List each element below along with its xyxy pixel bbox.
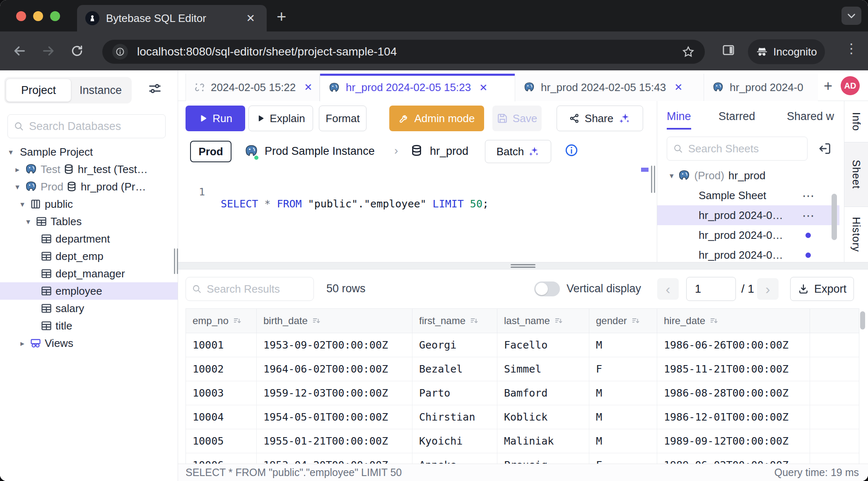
tree-item-table-employee[interactable]: employee (0, 282, 178, 300)
bookmark-star-icon[interactable] (682, 45, 695, 58)
editor-tab-2-active[interactable]: hr_prod 2024-02-05 15:23 ✕ (320, 74, 515, 101)
side-panel-icon[interactable] (721, 43, 735, 57)
cell-birth-date[interactable]: 1964-06-02T00:00:00Z (257, 357, 412, 381)
explain-button[interactable]: Explain (248, 106, 313, 131)
cell-last-name[interactable]: Simmel (497, 357, 589, 381)
sheet-menu-icon[interactable]: ⋯ (802, 188, 815, 203)
browser-menu-icon[interactable]: ⋮ (845, 41, 857, 56)
maximize-window-button[interactable] (50, 11, 60, 21)
cell-hire-date[interactable]: 1989-06-02T00:00:00Z (657, 453, 810, 464)
tab-starred[interactable]: Starred (719, 110, 755, 123)
tree-item-hr-test[interactable]: ▸ Test hr_test (Test… (0, 161, 178, 178)
cell-last-name[interactable]: Maliniak (497, 429, 589, 453)
sheet-search[interactable] (667, 137, 808, 161)
cell-first-name[interactable]: Kyoichi (412, 429, 497, 453)
tree-item-views-group[interactable]: ▸ Views (0, 334, 178, 352)
tree-item-hr-prod[interactable]: ▾ Prod hr_prod (Pr… (0, 178, 178, 195)
cell-hire-date[interactable]: 1989-09-12T00:00:00Z (657, 429, 810, 453)
column-header-emp-no[interactable]: emp_no (186, 309, 257, 333)
close-tab-icon[interactable]: ✕ (304, 82, 312, 93)
cell-gender[interactable]: M (589, 381, 657, 405)
info-icon[interactable] (564, 143, 579, 157)
table-row[interactable]: 10002 1964-06-02T00:00:00Z Bezalel Simme… (186, 357, 859, 381)
close-tab-icon[interactable]: ✕ (479, 82, 487, 94)
cell-hire-date[interactable]: 1986-08-28T00:00:00Z (657, 381, 810, 405)
cell-first-name[interactable]: Anneke (412, 453, 497, 464)
cell-last-name[interactable]: Koblick (497, 405, 589, 429)
new-browser-tab-button[interactable]: + (277, 7, 286, 26)
results-search-input[interactable] (207, 283, 308, 296)
save-button[interactable]: Save (492, 106, 542, 131)
cell-hire-date[interactable]: 1986-12-01T00:00:00Z (657, 405, 810, 429)
column-header-birth-date[interactable]: birth_date (257, 309, 412, 333)
cell-gender[interactable]: M (589, 429, 657, 453)
tab-shared-with-me[interactable]: Shared w (787, 110, 834, 123)
column-header-first-name[interactable]: first_name (412, 309, 497, 333)
caret-down-icon[interactable]: ▾ (12, 182, 22, 192)
tab-instance[interactable]: Instance (71, 79, 130, 102)
cell-first-name[interactable]: Parto (412, 381, 497, 405)
caret-right-icon[interactable]: ▸ (12, 165, 22, 174)
cell-hire-date[interactable]: 1985-11-21T00:00:00Z (657, 357, 810, 381)
table-row-partial[interactable]: 10006 1953-04-20T00:00:00Z Anneke Preusi… (186, 453, 859, 464)
editor-tab-1[interactable]: 2024-02-05 15:22 ✕ (186, 74, 320, 101)
caret-down-icon[interactable]: ▾ (17, 200, 27, 209)
sort-icon[interactable] (631, 316, 640, 325)
editor-tab-3[interactable]: hr_prod 2024-02-05 15:43 ✕ (515, 74, 704, 101)
admin-mode-button[interactable]: Admin mode (389, 106, 484, 131)
cell-first-name[interactable]: Bezalel (412, 357, 497, 381)
sort-icon[interactable] (233, 316, 242, 325)
browser-tab-close-icon[interactable]: ✕ (243, 11, 258, 25)
tree-item-table-salary[interactable]: salary (0, 300, 178, 317)
sheet-search-input[interactable] (688, 142, 801, 155)
results-resize-handle[interactable] (178, 262, 868, 269)
sql-editor-content[interactable]: 1 SELECT*FROM"public"."employee"LIMIT50; (178, 174, 657, 222)
editor-panel-resize-handle[interactable] (651, 166, 656, 193)
page-number-input[interactable] (686, 277, 736, 301)
tree-item-project[interactable]: ▾ Sample Project (0, 143, 178, 161)
cell-emp-no[interactable]: 10001 (186, 333, 257, 357)
cell-gender[interactable]: M (589, 333, 657, 357)
cell-emp-no[interactable]: 10005 (186, 429, 257, 453)
cell-emp-no[interactable]: 10003 (186, 381, 257, 405)
column-header-last-name[interactable]: last_name (497, 309, 589, 333)
cell-last-name[interactable]: Bamford (497, 381, 589, 405)
run-button[interactable]: Run (186, 106, 245, 131)
database-search[interactable] (7, 114, 166, 138)
cell-birth-date[interactable]: 1959-12-03T00:00:00Z (257, 381, 412, 405)
browser-tab[interactable]: Bytebase SQL Editor ✕ (77, 5, 267, 31)
results-scrollbar[interactable] (860, 311, 865, 329)
cell-first-name[interactable]: Chirstian (412, 405, 497, 429)
minimize-window-button[interactable] (33, 11, 43, 21)
tab-mine[interactable]: Mine (667, 110, 691, 130)
results-table-body[interactable]: 10001 1953-09-02T00:00:00Z Georgi Facell… (186, 333, 859, 464)
sort-icon[interactable] (470, 316, 479, 325)
user-avatar[interactable]: AD (841, 76, 860, 95)
database-search-input[interactable] (29, 120, 159, 133)
cell-birth-date[interactable]: 1953-09-02T00:00:00Z (257, 333, 412, 357)
database-name[interactable]: hr_prod (430, 145, 468, 158)
filter-settings-icon[interactable] (147, 81, 162, 96)
batch-button[interactable]: Batch (485, 140, 551, 163)
cell-birth-date[interactable]: 1954-05-01T00:00:00Z (257, 405, 412, 429)
new-sheet-tab-button[interactable]: + (824, 78, 832, 101)
sheet-item-selected[interactable]: hr_prod 2024-0… ⋯ (657, 205, 839, 225)
address-bar[interactable]: localhost:8080/sql-editor/sheet/project-… (102, 40, 705, 64)
back-button[interactable] (12, 44, 27, 58)
cell-last-name[interactable]: Preusig (497, 453, 589, 464)
cell-emp-no[interactable]: 10006 (186, 453, 257, 464)
sort-icon[interactable] (312, 316, 321, 325)
cell-birth-date[interactable]: 1953-04-20T00:00:00Z (257, 453, 412, 464)
sort-icon[interactable] (709, 316, 719, 325)
import-sheet-icon[interactable] (818, 142, 832, 156)
tree-item-table-dept-emp[interactable]: dept_emp (0, 248, 178, 265)
sheet-item[interactable]: hr_prod 2024-0… (657, 245, 839, 262)
sidebar-resize-handle[interactable] (174, 248, 178, 274)
cell-gender[interactable]: F (589, 453, 657, 464)
cell-emp-no[interactable]: 10004 (186, 405, 257, 429)
caret-down-icon[interactable]: ▾ (6, 147, 16, 157)
export-button[interactable]: Export (790, 277, 854, 301)
environment-chip[interactable]: Prod (190, 141, 231, 162)
results-search[interactable] (186, 277, 314, 301)
tab-search-chevron-button[interactable] (841, 7, 861, 25)
